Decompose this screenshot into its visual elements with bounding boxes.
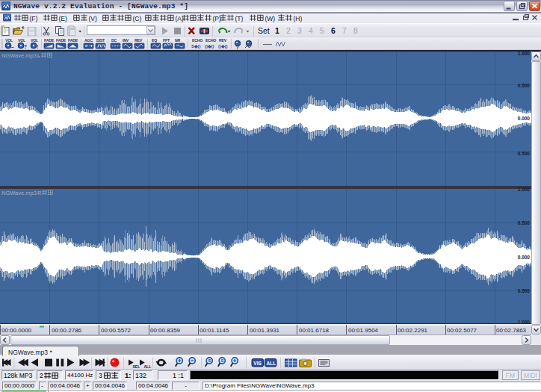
svg-text:(E): (E) <box>59 15 68 22</box>
svg-text:00:00.8359: 00:00.8359 <box>150 327 181 334</box>
svg-text:00:02.7863: 00:02.7863 <box>496 327 527 334</box>
svg-text:00:02.2291: 00:02.2291 <box>398 327 428 334</box>
svg-text:–: – <box>11 44 14 49</box>
svg-text:VIS: VIS <box>253 361 262 366</box>
svg-text:ALL: ALL <box>267 361 276 366</box>
svg-text:0.000: 0.000 <box>518 116 531 121</box>
svg-text:(A): (A) <box>176 15 185 22</box>
svg-text:6: 6 <box>331 26 336 35</box>
svg-text:0.500: 0.500 <box>518 151 531 156</box>
svg-text:!: ! <box>37 44 38 49</box>
svg-text:?: ? <box>24 44 27 49</box>
svg-text:FADE: FADE <box>68 38 78 43</box>
svg-text:00:01.9504: 00:01.9504 <box>348 327 379 334</box>
svg-text:NR: NR <box>175 38 181 43</box>
svg-text:?: ? <box>236 45 239 50</box>
svg-text:00:01.1145: 00:01.1145 <box>200 327 229 334</box>
svg-text:SEL: SEL <box>133 364 140 369</box>
svg-text:00:01.3931: 00:01.3931 <box>250 327 280 334</box>
svg-text:(W): (W) <box>265 15 276 22</box>
svg-text:VOL: VOL <box>5 38 13 43</box>
svg-text:4: 4 <box>309 26 313 35</box>
svg-text:NGWave.mp3 -: NGWave.mp3 - <box>1 190 40 196</box>
svg-text:S: S <box>220 358 223 363</box>
svg-text:00:00.2786: 00:00.2786 <box>52 327 82 334</box>
svg-text:S◆(): S◆() <box>191 44 201 49</box>
svg-text:VOL: VOL <box>31 38 39 43</box>
svg-text:()◆(): ()◆() <box>218 44 228 49</box>
svg-text:DIST: DIST <box>96 38 105 43</box>
svg-text:00:00.0000: 00:00.0000 <box>1 327 32 334</box>
svg-text:ECHO: ECHO <box>192 38 203 43</box>
svg-text:FADE: FADE <box>44 38 55 43</box>
svg-text:0.000: 0.000 <box>518 255 531 260</box>
svg-text:ALL: ALL <box>144 364 152 369</box>
svg-text:3: 3 <box>297 26 302 35</box>
svg-text:1.000: 1.000 <box>518 52 531 56</box>
svg-text:EQ: EQ <box>152 38 157 43</box>
svg-text:INV: INV <box>123 38 129 43</box>
svg-text:Set: Set <box>258 26 270 35</box>
svg-text:00:01.6718: 00:01.6718 <box>299 327 330 334</box>
svg-text:(C): (C) <box>133 15 142 22</box>
svg-text:2: 2 <box>286 26 291 35</box>
svg-text:00:00.5572: 00:00.5572 <box>101 327 132 334</box>
svg-text:REV: REV <box>219 38 227 43</box>
svg-text:7: 7 <box>342 26 347 35</box>
svg-text:R: R <box>37 190 42 196</box>
svg-text:0.500: 0.500 <box>518 288 531 293</box>
svg-text:DC: DC <box>111 38 117 43</box>
svg-text:(H): (H) <box>294 15 303 22</box>
svg-text:0.500: 0.500 <box>518 83 531 88</box>
svg-text:0.500: 0.500 <box>518 220 531 225</box>
svg-text:8: 8 <box>353 26 358 35</box>
svg-text:L: L <box>37 52 40 59</box>
svg-text:S: S <box>208 358 211 363</box>
svg-text:1.000: 1.000 <box>518 187 531 192</box>
svg-text:(V): (V) <box>89 15 98 22</box>
svg-text:(T): (T) <box>235 15 244 22</box>
svg-text:00:02.5077: 00:02.5077 <box>447 327 477 334</box>
svg-text:FFT: FFT <box>163 38 170 43</box>
svg-text:REV: REV <box>135 38 143 43</box>
svg-text:1: 1 <box>275 26 279 35</box>
svg-text:VOL: VOL <box>18 38 26 43</box>
svg-text:FADE: FADE <box>56 38 67 43</box>
svg-text:()◆(): ()◆() <box>205 44 214 49</box>
svg-text:5: 5 <box>320 26 324 35</box>
svg-text:(F): (F) <box>30 15 38 22</box>
svg-text:AGC: AGC <box>84 38 93 43</box>
svg-text:NGWave.mp3 -: NGWave.mp3 - <box>1 52 40 59</box>
svg-text:ECHO: ECHO <box>205 38 216 43</box>
